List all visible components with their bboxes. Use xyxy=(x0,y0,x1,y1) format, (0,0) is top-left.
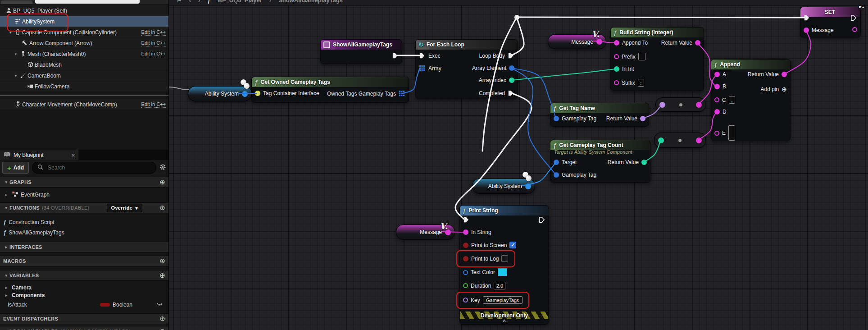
forward-icon[interactable]: › xyxy=(198,0,200,4)
text-color-pin[interactable] xyxy=(463,270,468,275)
collapse-chevron-icon[interactable]: ^ xyxy=(460,319,549,324)
caret-right-icon[interactable]: ▸ xyxy=(3,192,9,197)
in-string-pin[interactable] xyxy=(463,229,468,235)
component-row-blademesh[interactable]: BladeMesh xyxy=(0,60,168,70)
conversion-center-dot[interactable] xyxy=(679,103,682,106)
gameplay-tag-pin[interactable] xyxy=(554,116,559,121)
exec-pin[interactable] xyxy=(419,52,426,59)
tab-my-blueprint[interactable]: My Blueprint × xyxy=(0,150,78,160)
node-header[interactable]: ↻For Each Loop xyxy=(416,40,518,50)
conversion-node[interactable] xyxy=(655,97,706,112)
component-row-cameraboom[interactable]: ▾CameraBoom xyxy=(0,70,168,81)
in-int-pin[interactable] xyxy=(614,66,619,72)
exec-pin[interactable] xyxy=(852,27,857,32)
components-search-sliver[interactable] xyxy=(35,0,140,4)
c-pin[interactable] xyxy=(714,97,719,102)
node-gettagname[interactable]: ƒGet Tag NameGameplay TagReturn Value xyxy=(550,103,649,127)
node-append[interactable]: ƒAppendABC,DEReturn ValueAdd pin⊕ xyxy=(711,59,791,141)
component-row-bp-uq5-player-self-[interactable]: BP_UQ5_Player (Self) xyxy=(0,5,168,16)
add-pin-icon[interactable]: ⊕ xyxy=(782,86,787,93)
variable-node-message[interactable]: Message xyxy=(396,225,455,240)
prefix-pin[interactable] xyxy=(614,54,619,59)
gameplay-tag-pin[interactable] xyxy=(554,172,559,178)
message-pin[interactable] xyxy=(804,28,809,33)
completed-pin[interactable] xyxy=(508,90,514,96)
duration-pin[interactable] xyxy=(463,283,468,288)
node-header[interactable]: ƒGet Tag Name xyxy=(550,103,649,113)
value-box[interactable]: 2.0 xyxy=(494,282,505,289)
exec-pin[interactable] xyxy=(463,216,470,223)
section-header-interfaces[interactable]: ▸INTERFACES xyxy=(0,242,168,252)
edit-in-cpp-link[interactable]: Edit in C++ xyxy=(141,40,166,46)
section-header-graphs[interactable]: ▾GRAPHS⊕ xyxy=(0,177,168,188)
breadcrumb-function[interactable]: ShowAllGameplayTags xyxy=(278,0,343,4)
tag-container-interface-pin[interactable] xyxy=(255,91,260,96)
node-header[interactable]: ƒBuild String (Integer) xyxy=(611,28,704,37)
node-set[interactable]: SETMessage xyxy=(800,7,861,37)
exec-pin[interactable] xyxy=(850,14,857,21)
caret-right-icon[interactable]: ▸ xyxy=(3,245,9,249)
conversion-node[interactable] xyxy=(654,133,706,148)
value-box[interactable] xyxy=(728,125,735,141)
caret-down-icon[interactable]: ▾ xyxy=(3,180,9,184)
conversion-center-dot[interactable] xyxy=(678,139,682,142)
node-getowned[interactable]: ƒGet Owned Gameplay TagsTag Container In… xyxy=(251,77,409,103)
conversion-out-pin[interactable] xyxy=(696,138,702,143)
node-gtcount[interactable]: ƒGet Gameplay Tag CountTarget is Ability… xyxy=(550,140,650,183)
component-row-arrow-component-arrow-[interactable]: Arrow Component (Arrow)Edit in C++ xyxy=(0,38,168,48)
d-pin[interactable] xyxy=(714,109,720,115)
add-section-button[interactable]: ⊕ xyxy=(159,204,165,212)
edit-in-cpp-link[interactable]: Edit in C++ xyxy=(141,101,166,108)
exec-pin[interactable] xyxy=(804,14,810,21)
node-header[interactable]: ƒAppend xyxy=(711,60,790,69)
conversion-out-pin[interactable] xyxy=(696,102,702,108)
return-value-pin[interactable] xyxy=(641,160,647,165)
add-section-button[interactable]: ⊕ xyxy=(159,257,165,265)
add-section-button[interactable]: ⊕ xyxy=(159,178,165,186)
variable-node-ability-system[interactable]: Ability System xyxy=(472,179,535,194)
return-value-pin[interactable] xyxy=(695,40,700,46)
array-index-pin[interactable] xyxy=(509,78,514,83)
component-row-capsule-component-collisioncyl[interactable]: ▾Capsule Component (CollisionCylinder)Ed… xyxy=(0,27,168,37)
override-button[interactable]: Override▾ xyxy=(107,204,142,212)
node-print[interactable]: ƒPrint StringIn StringPrint to Screen✓Pr… xyxy=(459,205,549,325)
return-value-pin[interactable] xyxy=(640,116,645,121)
caret-down-icon[interactable]: ▾ xyxy=(3,273,9,278)
list-item-eventgraph[interactable]: ▸EventGraph xyxy=(0,190,168,199)
node-buildstr[interactable]: ƒBuild String (Integer)Append ToPrefixIn… xyxy=(610,27,704,91)
conversion-in-pin[interactable] xyxy=(658,138,664,143)
list-item-camera[interactable]: ▸Camera xyxy=(0,284,168,291)
tree-caret-icon[interactable]: ▾ xyxy=(7,30,14,35)
list-item-construction-script[interactable]: ƒConstruction Script xyxy=(0,218,168,226)
key-pin[interactable] xyxy=(463,298,468,302)
suffix-pin[interactable] xyxy=(614,80,619,85)
section-header-macros[interactable]: MACROS⊕ xyxy=(0,256,168,266)
components-tab-sliver[interactable] xyxy=(1,0,32,4)
array-pin[interactable] xyxy=(419,65,426,72)
search-input[interactable] xyxy=(47,164,151,171)
variable-node-message[interactable]: Message xyxy=(548,34,606,49)
section-header-local-variables[interactable]: ▸LOCAL VARIABLES(SHOWALLGAMEPLAYTAGS)⊕ xyxy=(0,326,168,330)
print-to-screen-pin[interactable] xyxy=(463,243,468,248)
add-section-button[interactable]: ⊕ xyxy=(159,315,165,323)
node-header[interactable]: ShowAllGameplayTags xyxy=(321,40,402,50)
variable-node-ability-system[interactable]: Ability System xyxy=(188,86,252,101)
edit-in-cpp-link[interactable]: Edit in C++ xyxy=(141,29,166,36)
eye-closed-icon[interactable] xyxy=(156,301,163,309)
array-element-pin[interactable] xyxy=(509,65,514,71)
conversion-in-pin[interactable] xyxy=(659,102,665,108)
a-pin[interactable] xyxy=(714,72,720,77)
node-header[interactable]: ƒGet Owned Gameplay Tags xyxy=(252,77,409,87)
e-pin[interactable] xyxy=(714,131,719,136)
edit-in-cpp-link[interactable]: Edit in C++ xyxy=(141,51,166,57)
value-box[interactable]: GameplayTags xyxy=(483,296,523,304)
caret-down-icon[interactable]: ▾ xyxy=(3,206,9,210)
caret-right-icon[interactable]: ▸ xyxy=(3,293,9,298)
checkbox-unchecked[interactable] xyxy=(501,255,508,262)
variable-output-pin[interactable] xyxy=(596,39,602,45)
list-item-components[interactable]: ▸Components xyxy=(0,291,168,299)
back-icon[interactable]: ‹ xyxy=(189,0,191,4)
bookmark-icon[interactable]: ⚑ xyxy=(177,0,182,4)
tree-caret-icon[interactable]: ▾ xyxy=(13,52,19,56)
return-value-pin[interactable] xyxy=(782,72,787,77)
